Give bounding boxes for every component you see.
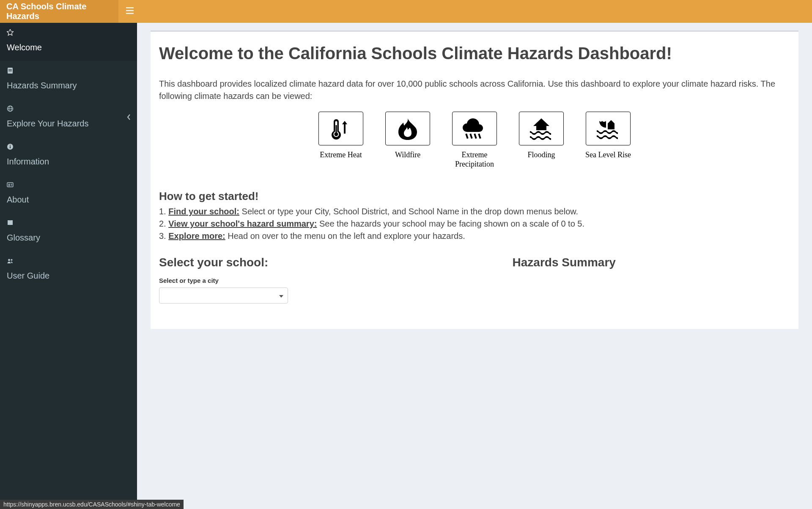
sidebar-item-about[interactable]: About bbox=[0, 175, 137, 213]
sidebar-item-label: Welcome bbox=[7, 43, 42, 52]
note-icon bbox=[7, 67, 130, 76]
select-school-heading: Select your school: bbox=[159, 256, 496, 269]
hazard-label: Extreme Heat bbox=[313, 151, 368, 160]
hazard-label: Sea Level Rise bbox=[581, 151, 636, 160]
thermometer-up-icon bbox=[318, 112, 363, 145]
sidebar-item-explore-hazards[interactable]: Explore Your Hazards bbox=[0, 99, 137, 137]
intro-text: This dashboard provides localized climat… bbox=[159, 78, 790, 102]
sidebar-toggle-button[interactable] bbox=[118, 0, 141, 23]
welcome-panel: Welcome to the California Schools Climat… bbox=[151, 30, 798, 329]
sidebar-item-label: Information bbox=[7, 157, 49, 166]
sidebar-item-hazards-summary[interactable]: Hazards Summary bbox=[0, 61, 137, 99]
howto-steps: 1. Find your school: Select or type your… bbox=[159, 205, 790, 242]
hazard-card-sea-level-rise: Sea Level Rise bbox=[581, 112, 636, 169]
sea-level-icon bbox=[586, 112, 631, 145]
hazard-icons-row: Extreme Heat Wildfire Extreme Precipitat… bbox=[159, 112, 790, 169]
hazard-card-flooding: Flooding bbox=[514, 112, 569, 169]
hazard-card-extreme-precipitation: Extreme Precipitation bbox=[447, 112, 502, 169]
cloud-rain-icon bbox=[452, 112, 497, 145]
sidebar-item-label: Hazards Summary bbox=[7, 81, 77, 90]
howto-step-2: 2. View your school's hazard summary: Se… bbox=[159, 218, 790, 230]
hazard-label: Flooding bbox=[514, 151, 569, 160]
chevron-left-icon bbox=[127, 114, 131, 122]
hazard-label: Wildfire bbox=[380, 151, 435, 160]
sidebar-item-information[interactable]: Information bbox=[0, 137, 137, 175]
sidebar-item-label: Explore Your Hazards bbox=[7, 119, 88, 128]
star-icon bbox=[7, 29, 130, 38]
app-title: CA Schools Climate Hazards bbox=[0, 0, 118, 23]
main-content: Welcome to the California Schools Climat… bbox=[137, 23, 812, 499]
fire-icon bbox=[385, 112, 430, 145]
hazard-card-wildfire: Wildfire bbox=[380, 112, 435, 169]
sidebar-item-label: User Guide bbox=[7, 271, 49, 280]
sidebar-item-user-guide[interactable]: User Guide bbox=[0, 251, 137, 289]
caret-down-icon bbox=[279, 292, 283, 299]
hazards-summary-heading: Hazards Summary bbox=[513, 256, 790, 269]
app-header: CA Schools Climate Hazards bbox=[0, 0, 812, 23]
howto-heading: How to get started! bbox=[159, 190, 790, 203]
sidebar: Welcome Hazards Summary Explore Your Haz… bbox=[0, 23, 137, 499]
book-icon bbox=[7, 219, 130, 228]
idcard-icon bbox=[7, 181, 130, 190]
hazard-card-extreme-heat: Extreme Heat bbox=[313, 112, 368, 169]
users-icon bbox=[7, 257, 130, 266]
page-title: Welcome to the California Schools Climat… bbox=[159, 44, 790, 63]
howto-step-1: 1. Find your school: Select or type your… bbox=[159, 205, 790, 218]
flood-icon bbox=[519, 112, 564, 145]
info-icon bbox=[7, 143, 130, 152]
sidebar-item-label: About bbox=[7, 195, 29, 204]
city-select[interactable] bbox=[159, 287, 288, 304]
hamburger-icon bbox=[126, 7, 134, 16]
sidebar-item-welcome[interactable]: Welcome bbox=[0, 23, 137, 61]
sidebar-item-label: Glossary bbox=[7, 233, 40, 242]
hazard-label: Extreme Precipitation bbox=[447, 151, 502, 169]
globe-icon bbox=[7, 105, 130, 114]
city-field-label: Select or type a city bbox=[159, 277, 496, 284]
howto-step-3: 3. Explore more: Head on over to the men… bbox=[159, 230, 790, 242]
sidebar-item-glossary[interactable]: Glossary bbox=[0, 213, 137, 251]
